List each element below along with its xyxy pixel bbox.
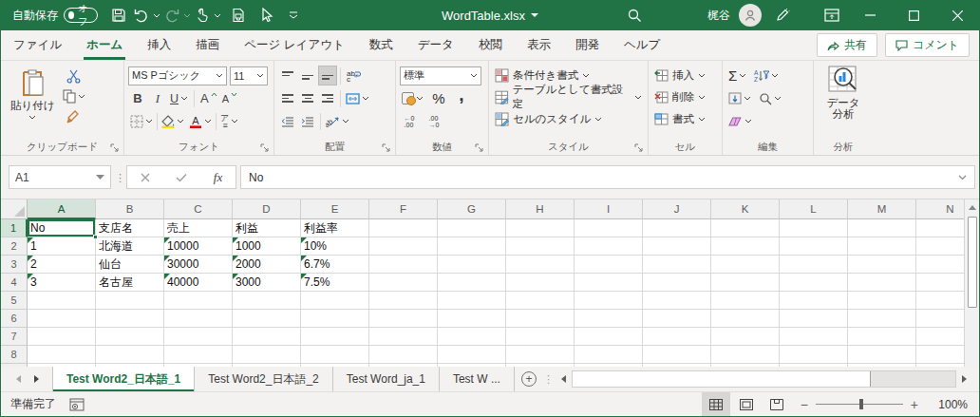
column-header-A[interactable]: A [28, 199, 96, 219]
fill-handle[interactable] [93, 235, 98, 239]
scroll-left-arrow-icon[interactable] [556, 370, 572, 388]
cell-H8[interactable] [506, 346, 575, 364]
row-header-6[interactable]: 6 [1, 310, 28, 328]
cell-B7[interactable] [96, 328, 164, 346]
cell-K7[interactable] [711, 328, 780, 346]
cell-D4[interactable]: 3000 [233, 274, 301, 292]
cell-G1[interactable] [438, 219, 506, 237]
increase-indent-button[interactable] [298, 111, 317, 131]
confirm-entry-icon[interactable] [176, 173, 187, 182]
cell-L8[interactable] [780, 346, 848, 364]
column-header-D[interactable]: D [233, 199, 301, 219]
cell-N5[interactable] [916, 292, 964, 310]
cell-D5[interactable] [233, 292, 301, 310]
cell-H6[interactable] [506, 310, 575, 328]
format-painter-button[interactable] [61, 106, 87, 126]
cell-B4[interactable]: 名古屋 [96, 274, 164, 292]
cell-E3[interactable]: 6.7% [301, 256, 369, 274]
cell-I9[interactable] [575, 364, 643, 367]
paste-button[interactable]: 貼り付け [5, 65, 61, 123]
cell-C4[interactable]: 40000 [164, 274, 233, 292]
cell-H7[interactable] [506, 328, 575, 346]
cell-A8[interactable] [28, 346, 96, 364]
cell-E4[interactable]: 7.5% [301, 274, 369, 292]
cell-B5[interactable] [96, 292, 164, 310]
row-header-3[interactable]: 3 [1, 256, 28, 274]
cell-C5[interactable] [164, 292, 233, 310]
cell-B1[interactable]: 支店名 [96, 219, 164, 237]
sheet-tab-1[interactable]: Test Word2_日本語_2 [195, 367, 333, 391]
format-as-table-button[interactable]: テーブルとして書式設定 [493, 86, 644, 107]
clipboard-dialog-launcher-icon[interactable] [110, 143, 119, 152]
cell-C6[interactable] [164, 310, 233, 328]
cell-B8[interactable] [96, 346, 164, 364]
insert-cells-button[interactable]: 挿入 [652, 65, 707, 85]
row-header-7[interactable]: 7 [1, 328, 28, 346]
cell-M8[interactable] [848, 346, 916, 364]
cell-K9[interactable] [711, 364, 780, 367]
ribbon-tab-10[interactable]: ヘルプ [612, 30, 672, 60]
zoom-in-button[interactable]: + [911, 397, 918, 412]
delete-cells-button[interactable]: 削除 [652, 86, 707, 107]
insert-function-button[interactable]: fx [214, 170, 222, 185]
zoom-slider[interactable] [816, 404, 903, 405]
qat-overflow-button[interactable] [282, 4, 305, 27]
increase-decimal-button[interactable]: ←0.00 [400, 111, 419, 131]
normal-view-button[interactable] [702, 392, 730, 416]
cell-M4[interactable] [848, 274, 916, 292]
new-sheet-button[interactable]: + [515, 367, 543, 391]
title-dropdown-icon[interactable] [531, 13, 538, 18]
cell-M5[interactable] [848, 292, 916, 310]
bold-button[interactable]: B [128, 88, 147, 108]
comma-style-button[interactable]: , [452, 88, 471, 108]
page-break-view-button[interactable] [763, 392, 791, 416]
cell-K3[interactable] [711, 256, 780, 274]
cell-D6[interactable] [233, 310, 301, 328]
cell-L7[interactable] [780, 328, 848, 346]
ribbon-tab-5[interactable]: 数式 [357, 30, 405, 60]
cell-G2[interactable] [438, 237, 506, 256]
cell-J5[interactable] [643, 292, 711, 310]
ribbon-tab-4[interactable]: ページ レイアウト [232, 30, 357, 60]
fill-color-button[interactable] [160, 111, 186, 131]
redo-button[interactable] [160, 4, 183, 27]
select-objects-button[interactable] [255, 4, 278, 27]
ribbon-tab-8[interactable]: 表示 [515, 30, 563, 60]
cell-N2[interactable] [916, 237, 964, 256]
sort-filter-button[interactable]: AZ [752, 66, 781, 85]
cell-H1[interactable] [506, 219, 575, 237]
align-top-button[interactable] [278, 66, 297, 85]
cell-L4[interactable] [780, 274, 848, 292]
row-header-8[interactable]: 8 [1, 346, 28, 364]
column-header-F[interactable]: F [369, 199, 438, 219]
close-button[interactable] [935, 0, 979, 30]
cell-E7[interactable] [301, 328, 369, 346]
underline-button[interactable]: U [168, 88, 190, 108]
macro-record-icon[interactable] [69, 398, 85, 411]
redo-dropdown-icon[interactable] [183, 13, 191, 18]
share-button[interactable]: 共有 [817, 33, 877, 57]
cell-H5[interactable] [506, 292, 575, 310]
account-button[interactable] [734, 0, 766, 30]
data-analysis-button[interactable]: データ分析 [820, 63, 865, 123]
ribbon-tab-3[interactable]: 描画 [183, 30, 232, 60]
cell-D7[interactable] [233, 328, 301, 346]
ribbon-tab-7[interactable]: 校閲 [466, 30, 515, 60]
column-header-J[interactable]: J [643, 199, 711, 219]
format-cells-button[interactable]: 書式 [652, 108, 707, 129]
cell-G5[interactable] [438, 292, 506, 310]
cell-N1[interactable] [916, 219, 964, 237]
search-button[interactable] [618, 0, 650, 30]
cell-E5[interactable] [301, 292, 369, 310]
cell-I1[interactable] [575, 219, 643, 237]
sheet-area[interactable]: ABCDEFGHIJKLMN 1No支店名売上利益利益率21北海道1000010… [1, 199, 964, 367]
align-right-button[interactable] [318, 88, 337, 108]
cell-C7[interactable] [164, 328, 233, 346]
cell-L3[interactable] [780, 256, 848, 274]
font-dialog-launcher-icon[interactable] [260, 143, 269, 152]
row-header-4[interactable]: 4 [1, 274, 28, 292]
cell-A4[interactable]: 3 [28, 274, 96, 292]
cell-F4[interactable] [369, 274, 438, 292]
cell-K8[interactable] [711, 346, 780, 364]
name-box[interactable]: A1 [9, 165, 111, 189]
